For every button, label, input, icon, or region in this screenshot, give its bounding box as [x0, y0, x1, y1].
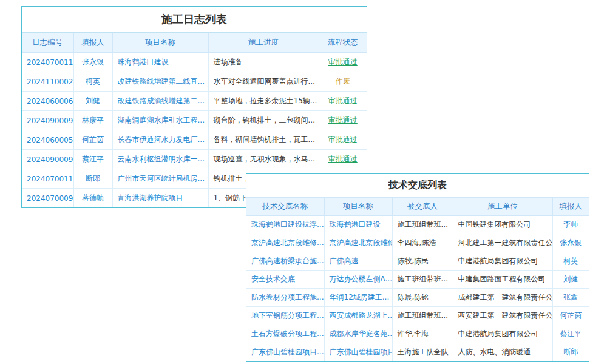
disclosure_table-cell[interactable]: 京沪高速北京段维修 [324, 234, 392, 252]
disclosure_table-cell[interactable]: 何芷茵 [552, 307, 589, 325]
cell-link[interactable]: 防水卷材分项工程施... [251, 293, 324, 302]
cell-link[interactable]: 华润12城房建工... [330, 293, 390, 302]
cell-link[interactable]: 西安成都路龙湖上... [330, 311, 393, 320]
disclosure_table-cell[interactable]: 防水卷材分项工程施... [246, 289, 324, 307]
log_table-cell[interactable]: 改建铁路成渝线增建第二... [112, 92, 208, 111]
cell-link[interactable]: 张永银 [82, 58, 104, 66]
cell-link[interactable]: 2024060005 [27, 136, 73, 144]
log_table-cell[interactable]: 蒋德帧 [73, 189, 112, 208]
cell-link[interactable]: 珠海鹤港口建设抗浮... [251, 220, 324, 229]
cell-link[interactable]: 万达办公楼左侧A... [330, 275, 392, 283]
log_table-cell[interactable]: 2024070011 [22, 53, 73, 72]
cell-link[interactable]: 2024070011 [27, 175, 73, 183]
cell-link[interactable]: 珠海鹤港口建设 [330, 220, 381, 229]
cell-link[interactable]: 柯英 [563, 257, 578, 265]
cell-link[interactable]: 湖南洞庭湖水库引水工程... [118, 116, 205, 124]
disclosure_table-cell[interactable]: 李帅 [552, 216, 589, 234]
disclosure_table-cell[interactable]: 广佛高速 [324, 252, 392, 271]
log_table-cell[interactable]: 云南水利枢纽潜明水库一... [112, 150, 208, 169]
log_table-cell[interactable]: 林康平 [73, 111, 112, 130]
log_table-cell[interactable]: 2024070009 [22, 189, 73, 208]
cell-link[interactable]: 2024070009 [27, 194, 73, 203]
cell-link[interactable]: 断郎 [563, 348, 578, 356]
cell-link[interactable]: 京沪高速北京段维修 [330, 238, 393, 247]
log_table-cell[interactable]: 审批通过 [319, 92, 367, 111]
cell-link[interactable]: 林康平 [82, 116, 104, 124]
disclosure_table-cell[interactable]: 张永银 [552, 234, 589, 252]
disclosure_table-cell[interactable]: 广佛高速桥梁承台施... [246, 252, 324, 271]
disclosure_table-cell[interactable]: 成都水岸华庭名苑... [324, 325, 392, 343]
log_table-cell[interactable]: 改建铁路线增建第二线直... [112, 72, 208, 92]
status-badge[interactable]: 审批通过 [328, 116, 358, 124]
log_table-cell[interactable]: 刘健 [73, 92, 112, 111]
log_table-cell[interactable]: 断郎 [73, 169, 112, 189]
disclosure_table-cell[interactable]: 万达办公楼左侧A... [324, 271, 392, 289]
cell-link[interactable]: 蔡江平 [82, 155, 104, 163]
log_table-cell[interactable]: 审批通过 [319, 111, 367, 130]
log_table-cell[interactable]: 青海洪湖养护院项目 [112, 189, 208, 208]
cell-link[interactable]: 广东佛山碧桂园项目 [330, 348, 393, 356]
status-badge[interactable]: 审批通过 [328, 58, 358, 66]
disclosure_table-cell[interactable]: 华润12城房建工... [324, 289, 392, 307]
cell-link[interactable]: 2024060006 [27, 97, 73, 106]
cell-link[interactable]: 刘健 [563, 275, 578, 283]
disclosure_table-cell[interactable]: 地下室钢筋分项工程... [246, 307, 324, 325]
disclosure_table-cell[interactable]: 张鑫 [552, 289, 589, 307]
cell-link[interactable]: 广州市天河区统计局机房... [118, 174, 205, 183]
cell-link[interactable]: 张鑫 [563, 293, 578, 302]
disclosure_table-cell[interactable]: 柯英 [552, 252, 589, 271]
disclosure_table-cell[interactable]: 安全技术交底 [246, 271, 324, 289]
disclosure_table-cell[interactable]: 土石方爆破分项工程... [246, 325, 324, 343]
log_table-cell[interactable]: 蔡江平 [73, 150, 112, 169]
cell-link[interactable]: 何芷茵 [560, 311, 582, 320]
disclosure_table-cell[interactable]: 京沪高速北京段维修... [246, 234, 324, 252]
cell-link[interactable]: 改建铁路线增建第二线直... [118, 77, 205, 86]
disclosure_table-cell[interactable]: 珠海鹤港口建设 [324, 216, 392, 234]
disclosure_table-cell[interactable]: 蔡江平 [552, 325, 589, 343]
log_table-cell[interactable]: 2024070011 [22, 169, 73, 189]
disclosure_table-cell[interactable]: 西安成都路龙湖上... [324, 307, 392, 325]
cell-link[interactable]: 2024090009 [27, 155, 73, 164]
cell-link[interactable]: 广佛高速 [330, 257, 359, 265]
log_table-cell[interactable]: 作废 [319, 72, 367, 92]
log_table-cell[interactable]: 2024060005 [22, 130, 73, 150]
cell-link[interactable]: 长春市伊通河水力发电厂... [118, 135, 205, 144]
log_table-cell[interactable]: 2024060006 [22, 92, 73, 111]
log_table-cell[interactable]: 审批通过 [319, 130, 367, 150]
cell-link[interactable]: 蔡江平 [560, 329, 582, 338]
cell-link[interactable]: 云南水利枢纽潜明水库一... [118, 155, 205, 163]
cell-link[interactable]: 安全技术交底 [251, 275, 295, 283]
log_table-cell[interactable]: 湖南洞庭湖水库引水工程... [112, 111, 208, 130]
cell-link[interactable]: 断郎 [86, 174, 100, 183]
cell-link[interactable]: 青海洪湖养护院项目 [118, 194, 183, 202]
cell-link[interactable]: 柯英 [86, 77, 100, 86]
cell-link[interactable]: 刘健 [86, 96, 100, 105]
cell-link[interactable]: 广东佛山碧桂园项目... [251, 348, 324, 356]
log_table-cell[interactable]: 2024110002 [22, 72, 73, 92]
log_table-cell[interactable]: 何芷茵 [73, 130, 112, 150]
cell-link[interactable]: 2024110002 [27, 78, 73, 86]
status-badge[interactable]: 审批通过 [328, 96, 358, 105]
log_table-cell[interactable]: 柯英 [73, 72, 112, 92]
log_table-cell[interactable]: 审批通过 [319, 150, 367, 169]
cell-link[interactable]: 广佛高速桥梁承台施... [251, 257, 324, 265]
cell-link[interactable]: 蒋德帧 [82, 194, 104, 202]
cell-link[interactable]: 改建铁路成渝线增建第二... [118, 96, 205, 105]
status-badge[interactable]: 审批通过 [328, 155, 358, 163]
status-badge[interactable]: 审批通过 [328, 135, 358, 144]
log_table-cell[interactable]: 长春市伊通河水力发电厂... [112, 130, 208, 150]
cell-link[interactable]: 成都水岸华庭名苑... [330, 329, 393, 338]
disclosure_table-cell[interactable]: 珠海鹤港口建设抗浮... [246, 216, 324, 234]
disclosure_table-cell[interactable]: 刘健 [552, 271, 589, 289]
log_table-cell[interactable]: 珠海鹤港口建设 [112, 53, 208, 72]
cell-link[interactable]: 京沪高速北京段维修... [251, 238, 324, 247]
log_table-cell[interactable]: 张永银 [73, 53, 112, 72]
status-badge[interactable]: 作废 [336, 77, 350, 86]
disclosure_table-cell[interactable]: 广东佛山碧桂园项目... [246, 343, 324, 362]
log_table-cell[interactable]: 审批通过 [319, 53, 367, 72]
cell-link[interactable]: 地下室钢筋分项工程... [251, 311, 324, 320]
disclosure_table-cell[interactable]: 广东佛山碧桂园项目 [324, 343, 392, 362]
cell-link[interactable]: 李帅 [563, 220, 578, 229]
cell-link[interactable]: 珠海鹤港口建设 [118, 58, 169, 66]
cell-link[interactable]: 2024070011 [27, 58, 73, 67]
